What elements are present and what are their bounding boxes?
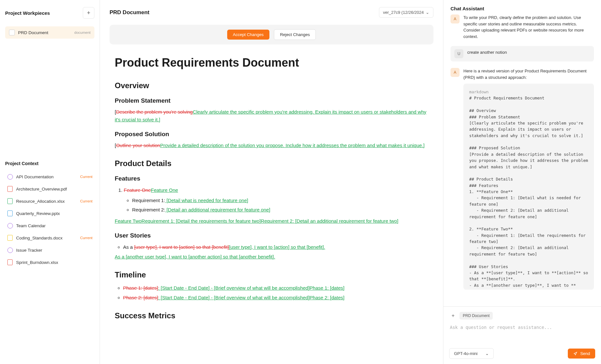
globe-icon [7, 174, 13, 180]
file-icon [7, 198, 13, 204]
file-icon [7, 210, 13, 216]
review-bar: Accept Changes Reject Changes [110, 25, 433, 44]
details-h2: Product Details [115, 159, 428, 168]
metrics-h2: Success Metrics [115, 311, 428, 320]
add-context-button[interactable]: + [449, 312, 457, 320]
chat-bottom: GPT-4o-mini ⌄ Send [449, 348, 595, 359]
version-label: ver_27c9 (12/26/2024 [383, 10, 424, 15]
main: PRD Document ver_27c9 (12/26/2024 ⌄ Acce… [100, 0, 443, 364]
doc-body[interactable]: Product Requirements Document Overview P… [100, 51, 443, 364]
ctx-name: Issue Tracker [16, 248, 92, 253]
solution-para: [Outline your solutionProvide a detailed… [115, 142, 428, 149]
avatar-user: U [454, 49, 463, 58]
ctx-name: Resource_Allocation.xlsx [16, 199, 77, 204]
avatar-assistant: A [451, 14, 460, 23]
context-item[interactable]: Resource_Allocation.xlsx Current [5, 195, 94, 207]
file-icon [7, 259, 13, 265]
context-item[interactable]: API Documentation Current [5, 171, 94, 183]
context-item[interactable]: Quarterly_Review.pptx [5, 207, 94, 219]
current-badge: Current [80, 175, 92, 179]
chat-input[interactable] [449, 323, 595, 345]
version-select[interactable]: ver_27c9 (12/26/2024 ⌄ [379, 7, 433, 18]
ctx-name: Sprint_Burndown.xlsx [16, 260, 92, 265]
file-icon [7, 235, 13, 241]
msg-text: create another notion [467, 49, 507, 58]
code-block[interactable]: markdown # Product Requirements Document… [463, 84, 594, 290]
ctx-name: Quarterly_Review.pptx [16, 211, 92, 216]
chat-title: Chat Assistant [443, 0, 601, 14]
msg-text: To write your PRD, clearly define the pr… [463, 14, 594, 40]
doc-icon [9, 30, 15, 35]
ctx-name: Architecture_Overview.pdf [16, 187, 92, 191]
overview-h2: Overview [115, 81, 428, 90]
f1-r1: Requirement 1: [Detail what is needed fo… [132, 196, 428, 205]
globe-icon [7, 223, 13, 229]
model-select[interactable]: GPT-4o-mini ⌄ [449, 348, 494, 359]
sidebar-title: Project Workpieces [5, 10, 50, 16]
chevron-down-icon: ⌄ [426, 10, 429, 15]
doc-title: PRD Document [110, 9, 150, 16]
solution-ins: Provide a detailed description of the so… [160, 143, 425, 148]
problem-para: [Describe the problem you're solvingClea… [115, 108, 428, 124]
f1-r2: Requirement 2: [Detail an additional req… [132, 206, 428, 214]
us2: As a [another user type], I want to [ano… [115, 253, 428, 261]
user-message: U create another notion [451, 46, 594, 61]
sidebar: Project Workpieces + PRD Document docume… [0, 0, 100, 364]
us1: As a [user type], I want to [action] so … [123, 243, 428, 251]
doc-header: PRD Document ver_27c9 (12/26/2024 ⌄ [100, 0, 443, 22]
phase1: Phase 1: [dates]: [Start Date - End Date… [123, 284, 428, 292]
globe-icon [7, 247, 13, 253]
phase2: Phase 2: [dates]: [Start Date - End Date… [123, 294, 428, 302]
send-icon [573, 351, 578, 356]
msg-text: Here is a revised version of your Produc… [463, 68, 594, 290]
ctx-name: Team Calendar [16, 223, 92, 228]
ctx-name: API Documentation [16, 174, 77, 179]
current-badge: Current [80, 236, 92, 240]
ctx-name: Coding_Standards.docx [16, 236, 77, 240]
avatar-assistant: A [451, 68, 460, 77]
context-item[interactable]: Sprint_Burndown.xlsx [5, 256, 94, 268]
assistant-message: A To write your PRD, clearly define the … [451, 14, 594, 40]
doc-h1: Product Requirements Document [115, 56, 428, 70]
context-title: Project Context [5, 161, 94, 166]
solution-del: Outline your solution [116, 143, 160, 148]
userstories-h3: User Stories [115, 232, 428, 239]
model-label: GPT-4o-mini [454, 351, 478, 356]
assistant-message: A Here is a revised version of your Prod… [451, 68, 594, 290]
workpiece-tag: document [74, 31, 91, 34]
feature-one: Feature OneFeature One Requirement 1: [D… [124, 186, 428, 214]
chat-messages[interactable]: A To write your PRD, clearly define the … [443, 14, 601, 306]
accept-button[interactable]: Accept Changes [227, 30, 269, 40]
file-icon [7, 186, 13, 192]
workpiece-name: PRD Document [18, 30, 71, 35]
reject-button[interactable]: Reject Changes [274, 29, 316, 40]
context-item[interactable]: Architecture_Overview.pdf [5, 183, 94, 195]
timeline-h2: Timeline [115, 270, 428, 279]
workpiece-item[interactable]: PRD Document document [5, 26, 94, 39]
chip-row: + PRD Document [449, 312, 595, 320]
send-button[interactable]: Send [568, 349, 595, 359]
features-h3: Features [115, 175, 428, 182]
chat-panel: Chat Assistant A To write your PRD, clea… [443, 0, 601, 364]
feature-two-ins: Feature TwoRequirement 1: [Detail the re… [115, 217, 428, 225]
context-item[interactable]: Coding_Standards.docx Current [5, 232, 94, 244]
current-badge: Current [80, 199, 92, 203]
context-item[interactable]: Issue Tracker [5, 244, 94, 256]
chat-input-area: + PRD Document GPT-4o-mini ⌄ Send [443, 306, 601, 364]
context-chip[interactable]: PRD Document [460, 312, 493, 320]
add-workpiece-button[interactable]: + [83, 7, 94, 19]
problem-del: Describe the problem you're solving [116, 109, 193, 115]
solution-h3: Proposed Solution [115, 131, 428, 138]
problem-h3: Problem Statement [115, 97, 428, 104]
context-item[interactable]: Team Calendar [5, 219, 94, 232]
sidebar-header: Project Workpieces + [5, 7, 94, 19]
chevron-down-icon: ⌄ [485, 351, 489, 356]
